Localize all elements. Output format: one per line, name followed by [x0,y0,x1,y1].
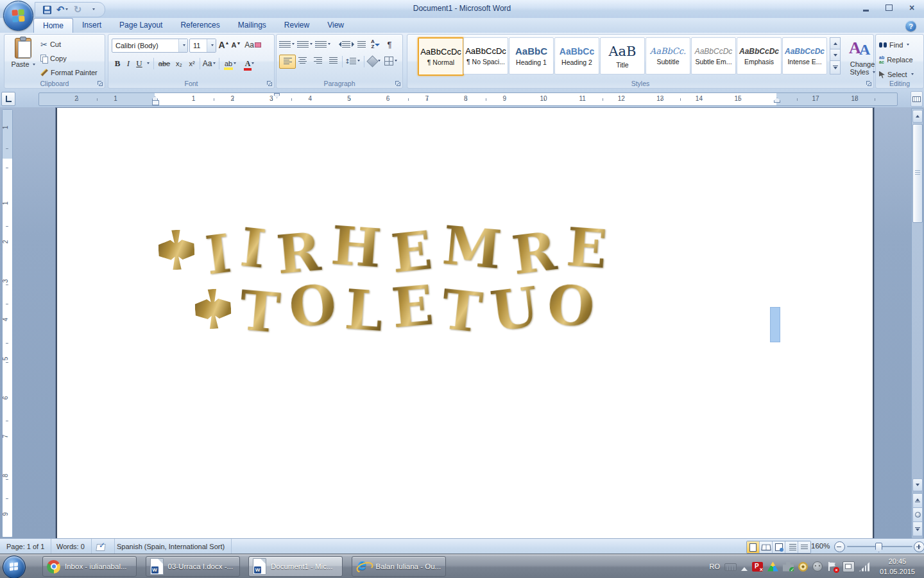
show-hidden-icons-button[interactable] [741,564,748,571]
taskbar-button-ie-3[interactable]: Balan Iuliana - Ou... [352,556,446,577]
bold-button[interactable]: B [112,57,123,71]
tab-selector-button[interactable] [1,92,15,106]
justify-button[interactable] [325,55,341,67]
zoom-out-button[interactable] [834,541,845,552]
align-left-button[interactable] [279,55,296,69]
replace-button[interactable]: abacReplace [879,53,913,66]
web-layout-view-button[interactable] [773,541,785,553]
styles-more-button[interactable] [830,60,841,74]
numbering-button[interactable] [297,38,312,51]
clipboard-dialog-launcher[interactable] [97,80,103,87]
paste-dropdown-icon[interactable] [33,64,35,67]
styles-dialog-launcher[interactable] [866,80,872,87]
draft-view-button[interactable] [798,541,810,553]
title-bar[interactable]: ↶ ↻ Document1 - Microsoft Word × [0,0,924,19]
shrink-font-button[interactable]: A▼ [230,39,242,51]
tab-home[interactable]: Home [33,18,73,33]
fullscreen-reading-view-button[interactable] [760,541,773,553]
chevron-down-icon[interactable] [178,39,187,52]
style-intense-e[interactable]: AaBbCcDcIntense E... [782,37,827,74]
increase-indent-button[interactable] [351,38,366,51]
select-browse-object-button[interactable] [912,507,923,522]
styles-scroll-up-button[interactable] [830,37,841,49]
styles-scroll-down-button[interactable] [830,49,841,61]
decrease-indent-button[interactable] [336,38,351,51]
minimize-button[interactable] [859,3,873,13]
line-spacing-button[interactable]: ↕ [345,55,360,67]
grow-font-button[interactable]: A▲ [218,39,230,51]
font-name-combo[interactable]: Calibri (Body) [112,39,188,53]
paragraph-dialog-launcher[interactable] [395,80,401,87]
italic-button[interactable]: I [124,57,133,71]
style-heading-2[interactable]: AaBbCcHeading 2 [554,37,599,74]
align-center-button[interactable] [295,55,310,67]
pdf-icon[interactable] [752,562,763,572]
restore-button[interactable] [882,3,896,13]
start-button[interactable] [3,556,26,578]
language-indicator[interactable]: RO [709,563,720,570]
next-page-button[interactable] [912,521,923,536]
word-count-status[interactable]: Words: 0 [50,539,92,554]
find-button[interactable]: Find [879,39,909,51]
scroll-up-button[interactable] [912,110,923,123]
subscript-button[interactable]: x₂ [173,57,185,71]
superscript-button[interactable]: x² [185,57,198,71]
zoom-slider-thumb[interactable] [875,543,882,552]
disc-icon[interactable] [798,562,808,572]
usb-icon[interactable] [783,562,794,572]
underline-button[interactable]: U [134,57,144,71]
plug-icon[interactable] [843,561,855,572]
tab-references[interactable]: References [171,18,228,33]
align-right-button[interactable] [310,55,325,67]
zoom-in-button[interactable] [914,541,924,552]
underline-dropdown[interactable] [144,57,151,71]
select-button[interactable]: Select [879,68,914,81]
strikethrough-button[interactable]: abe [156,57,173,71]
format-painter-button[interactable]: Format Painter [40,66,98,79]
tab-insert[interactable]: Insert [73,18,110,33]
tab-mailings[interactable]: Mailings [229,18,275,33]
keyboard-icon[interactable] [724,563,737,571]
tab-review[interactable]: Review [275,18,318,33]
horizontal-ruler[interactable]: 211234567891011121314151718 [38,92,898,106]
style-title[interactable]: AaBTitle [600,37,645,74]
borders-button[interactable] [383,55,398,67]
face-icon[interactable] [812,561,823,572]
drive-icon[interactable] [767,562,778,572]
text-highlight-button[interactable]: ab [221,57,239,71]
zoom-level[interactable]: 160% [811,542,830,550]
scrollbar-thumb[interactable] [912,124,923,223]
office-button[interactable] [3,1,33,31]
show-hide-pilcrow-button[interactable]: ¶ [382,38,397,51]
copy-button[interactable]: Copy [40,52,67,65]
taskbar-button-word-2[interactable]: Document1 - Mic... [248,556,343,577]
signal-icon[interactable] [859,562,870,572]
paste-button[interactable]: Paste [8,37,38,83]
style-heading-1[interactable]: AaBbCHeading 1 [509,37,554,74]
style-normal[interactable]: AaBbCcDc¶ Normal [418,37,464,76]
bullets-button[interactable] [279,38,295,51]
language-status[interactable]: Spanish (Spain, International Sort) [110,539,232,554]
view-ruler-toggle-button[interactable] [911,91,923,107]
clear-formatting-button[interactable]: Aa [244,39,261,51]
tab-page-layout[interactable]: Page Layout [110,18,171,33]
font-dialog-launcher[interactable] [266,80,273,87]
multilevel-list-button[interactable] [315,38,330,51]
font-color-button[interactable]: A [241,57,259,71]
page-number-status[interactable]: Page: 1 of 1 [0,539,51,554]
outline-view-button[interactable] [785,541,798,553]
sort-button[interactable]: AZ [368,38,383,51]
shading-button[interactable] [366,55,382,67]
chevron-down-icon[interactable] [207,39,216,52]
print-layout-view-button[interactable] [747,541,760,553]
left-indent-marker[interactable] [152,100,159,105]
style-no-spaci[interactable]: AaBbCcDc¶ No Spaci... [463,37,508,74]
close-button[interactable]: × [905,3,919,13]
style-subtle-em[interactable]: AaBbCcDcSubtle Em... [691,37,736,74]
change-case-button[interactable]: Aa [202,57,216,71]
taskbar-button-chrome-0[interactable]: Inbox - iulianabal... [42,556,137,577]
document-page[interactable]: IIRHEMRE TOLETUO [56,108,874,538]
vertical-ruler[interactable]: 1123456789 [2,109,13,538]
flag-icon[interactable]: × [827,562,838,572]
help-button[interactable]: ? [905,21,916,31]
